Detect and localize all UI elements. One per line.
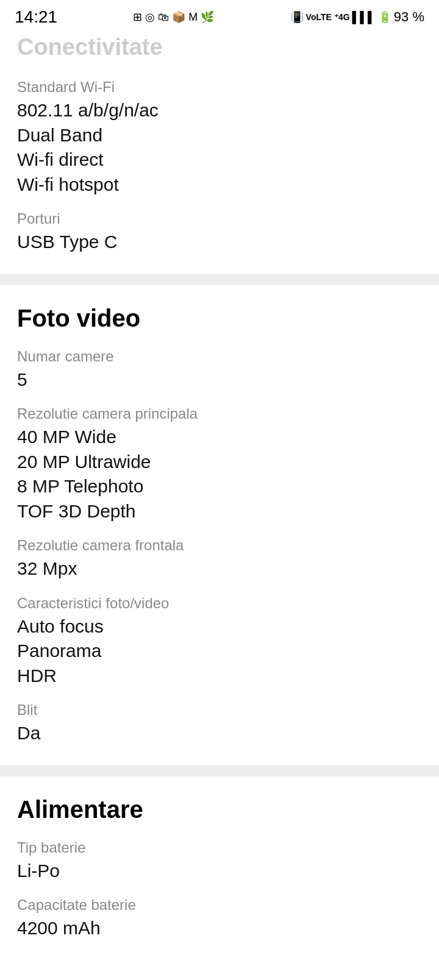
camera-principala-group: Rezolutie camera principala 40 MP Wide 2… [17, 394, 422, 526]
capacitate-baterie-value: 4200 mAh [17, 916, 422, 941]
caracteristici-group: Caracteristici foto/video Auto focus Pan… [17, 584, 422, 691]
status-right-icons: 📳 VoLTE ⁺4G ▌▌▌ 🔋 93 % [290, 9, 424, 25]
status-icons: ⊞ ◎ 🛍 📦 M 🌿 [133, 10, 214, 24]
connectivity-partial-title: Conectivitate [17, 32, 422, 60]
caract-3: HDR [17, 664, 422, 689]
caract-1: Auto focus [17, 614, 422, 639]
battery-icon: 🔋 [378, 10, 391, 24]
alimentare-title: Alimentare [17, 796, 422, 823]
blit-group: Blit Da [17, 691, 422, 748]
vibrate-icon: 📳 [290, 10, 304, 24]
owl-icon: 🌿 [201, 10, 214, 24]
camera-principala-label: Rezolutie camera principala [17, 405, 422, 422]
volte-icon: VoLTE [306, 12, 332, 22]
ports-value: USB Type C [17, 230, 422, 255]
cam-p-4: TOF 3D Depth [17, 499, 422, 524]
divider-connectivity-foto [0, 274, 439, 285]
battery-level: 93 % [394, 9, 424, 25]
ports-group: Porturi USB Type C [17, 199, 422, 257]
caract-2: Panorama [17, 639, 422, 664]
bag-icon: 🛍 [158, 11, 169, 24]
divider-foto-alimentare [0, 765, 439, 776]
camera-frontala-group: Rezolutie camera frontala 32 Mpx [17, 526, 422, 584]
smag-icon: 📦 [172, 10, 185, 24]
caracteristici-label: Caracteristici foto/video [17, 595, 422, 612]
ports-label: Porturi [17, 210, 422, 227]
tip-baterie-value: Li-Po [17, 859, 422, 884]
capacitate-baterie-label: Capacitate baterie [17, 897, 422, 914]
cam-p-3: 8 MP Telephoto [17, 474, 422, 499]
status-time: 14:21 [15, 7, 57, 27]
camera-frontala-value: 32 Mpx [17, 556, 422, 581]
wifi-group: Standard Wi-Fi 802.11 a/b/g/n/ac Dual Ba… [17, 68, 422, 199]
alimentare-title-area: Alimentare [0, 776, 439, 828]
cam-p-1: 40 MP Wide [17, 425, 422, 450]
numar-camere-group: Numar camere 5 [17, 337, 422, 395]
camera-principala-values: 40 MP Wide 20 MP Ultrawide 8 MP Telephot… [17, 425, 422, 524]
foto-video-title-area: Foto video [0, 285, 439, 337]
caracteristici-values: Auto focus Panorama HDR [17, 614, 422, 689]
wifi-label: Standard Wi-Fi [17, 79, 422, 96]
capacitate-baterie-group: Capacitate baterie 4200 mAh [17, 886, 422, 943]
temu-icon: ⊞ [133, 10, 142, 24]
wifi-value-2: Dual Band [17, 123, 422, 148]
foto-video-title: Foto video [17, 305, 422, 332]
signal-4g-icon: ⁺4G [334, 12, 350, 22]
tip-baterie-group: Tip baterie Li-Po [17, 828, 422, 886]
alimentare-section-card: Tip baterie Li-Po Capacitate baterie 420… [0, 828, 439, 960]
tip-baterie-label: Tip baterie [17, 839, 422, 856]
status-bar: 14:21 ⊞ ◎ 🛍 📦 M 🌿 📳 VoLTE ⁺4G ▌▌▌ 🔋 93 % [0, 0, 439, 32]
numar-camere-value: 5 [17, 367, 422, 392]
cam-p-2: 20 MP Ultrawide [17, 450, 422, 475]
foto-video-section-card: Numar camere 5 Rezolutie camera principa… [0, 337, 439, 765]
wifi-values: 802.11 a/b/g/n/ac Dual Band Wi-fi direct… [17, 98, 422, 197]
wifi-value-4: Wi-fi hotspot [17, 172, 422, 197]
camera-frontala-label: Rezolutie camera frontala [17, 537, 422, 554]
connectivity-section-card: Standard Wi-Fi 802.11 a/b/g/n/ac Dual Ba… [0, 68, 439, 274]
blit-label: Blit [17, 701, 422, 719]
connectivity-section-top: Conectivitate [0, 32, 439, 68]
blit-value: Da [17, 721, 422, 746]
gmail-icon: M [188, 11, 198, 24]
wifi-value-1: 802.11 a/b/g/n/ac [17, 98, 422, 123]
wifi-value-3: Wi-fi direct [17, 147, 422, 172]
instagram-icon: ◎ [145, 10, 155, 24]
signal-bars-icon: ▌▌▌ [352, 11, 376, 24]
numar-camere-label: Numar camere [17, 348, 422, 365]
